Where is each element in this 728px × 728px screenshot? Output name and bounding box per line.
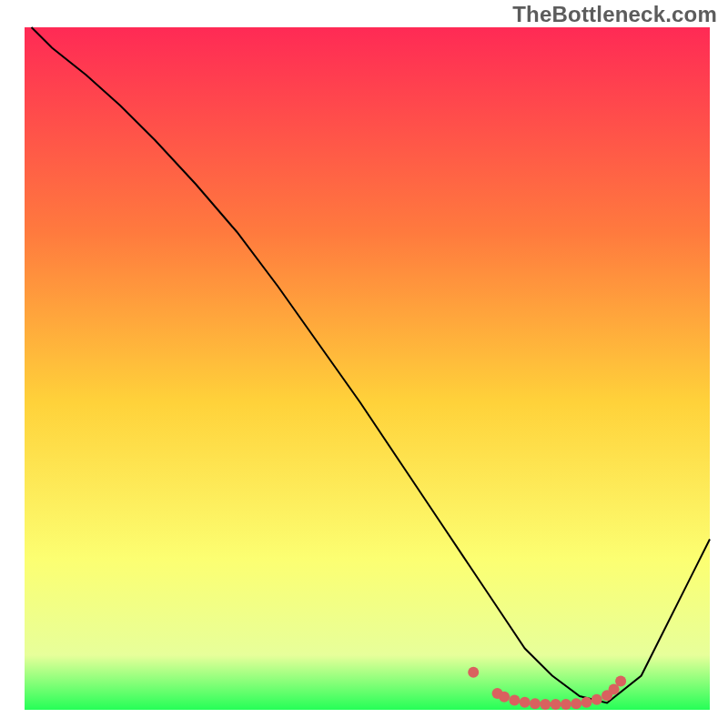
marker-dot xyxy=(615,676,626,687)
marker-dot xyxy=(571,698,581,709)
marker-dot xyxy=(520,697,531,708)
marker-dot xyxy=(509,695,520,706)
marker-dot xyxy=(499,692,510,703)
watermark-text: TheBottleneck.com xyxy=(512,2,717,27)
marker-dot xyxy=(468,667,479,678)
marker-dot xyxy=(592,694,602,705)
marker-dot xyxy=(540,699,551,710)
marker-dot xyxy=(551,699,561,710)
marker-dot xyxy=(530,698,541,709)
bottleneck-chart xyxy=(0,0,728,728)
marker-dot xyxy=(581,697,592,708)
marker-dot xyxy=(561,699,571,710)
gradient-plot-area xyxy=(25,27,710,710)
